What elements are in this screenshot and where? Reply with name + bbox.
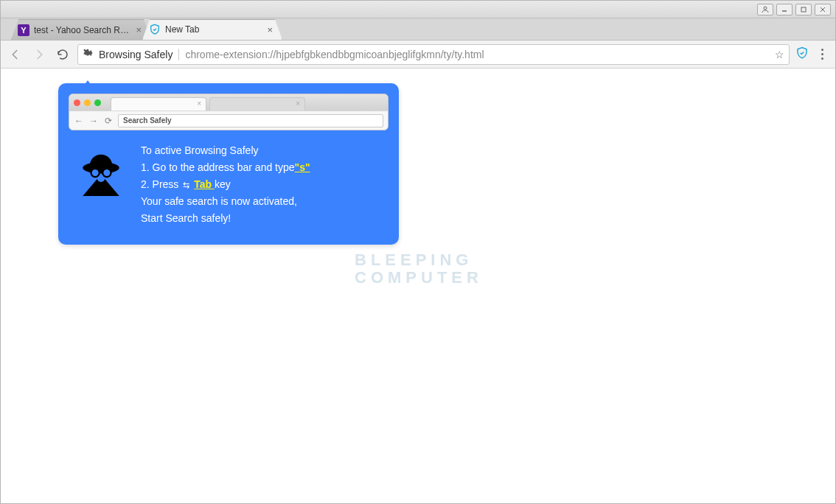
back-button[interactable] [7, 46, 24, 63]
reload-button[interactable] [54, 46, 72, 63]
mac-close-dot [74, 99, 80, 106]
tab-new-tab[interactable]: New Tab × [142, 19, 282, 40]
callout-heading: To active Browsing Safely [141, 142, 310, 159]
shield-favicon [149, 24, 161, 35]
onboarding-callout: × × ← → ⟳ Search Safely [58, 83, 399, 245]
maximize-button[interactable] [795, 4, 812, 15]
extension-icon [83, 48, 93, 60]
mac-max-dot [94, 99, 101, 106]
tab-title: New Tab [165, 24, 199, 35]
svg-point-0 [764, 7, 767, 10]
close-tab-icon[interactable]: × [136, 24, 142, 35]
callout-line-3: Your safe search is now activated, [141, 193, 310, 210]
callout-line-4: Start Search safely! [141, 210, 310, 227]
tab-title: test - Yahoo Search Resu [34, 25, 130, 35]
shield-extension-icon[interactable] [795, 46, 809, 63]
url-text: chrome-extension://hjpebfgbkendbbgmicoan… [185, 49, 769, 60]
chrome-menu-button[interactable] [815, 46, 829, 63]
separator [178, 49, 179, 60]
yahoo-favicon: Y [18, 24, 29, 36]
callout-step-1: 1. Go to the address bar and type"s" [141, 159, 310, 176]
svg-rect-2 [801, 7, 806, 12]
svg-point-8 [102, 169, 111, 177]
mock-back-icon: ← [74, 116, 84, 126]
browser-toolbar: Browsing Safely chrome-extension://hjpeb… [1, 41, 835, 69]
minimize-button[interactable] [776, 4, 793, 15]
close-window-button[interactable] [815, 4, 831, 15]
svg-point-7 [91, 169, 100, 177]
user-button[interactable] [757, 4, 773, 15]
mac-min-dot [84, 99, 91, 106]
tab-yahoo-search[interactable]: Y test - Yahoo Search Resu × [11, 19, 151, 40]
close-tab-icon[interactable]: × [267, 24, 273, 35]
mock-search-input: Search Safely [118, 114, 383, 127]
mock-tab: × [111, 97, 206, 111]
address-bar[interactable]: Browsing Safely chrome-extension://hjpeb… [77, 44, 790, 65]
window-titlebar [1, 1, 835, 18]
mock-browser-illustration: × × ← → ⟳ Search Safely [69, 94, 389, 130]
forward-button[interactable] [30, 46, 48, 63]
page-content: × × ← → ⟳ Search Safely [1, 69, 835, 503]
callout-step-2: 2. Press ⇆ Tab key [141, 176, 310, 193]
spy-icon [74, 150, 128, 203]
bookmark-star-icon[interactable]: ☆ [775, 49, 784, 60]
tab-strip: Y test - Yahoo Search Resu × New Tab × [1, 18, 835, 41]
mock-forward-icon: → [88, 116, 99, 126]
mock-reload-icon: ⟳ [103, 116, 114, 126]
watermark: BLEEPING COMPUTER [355, 251, 483, 287]
extension-name: Browsing Safely [99, 49, 173, 60]
mock-tab: × [209, 97, 305, 111]
